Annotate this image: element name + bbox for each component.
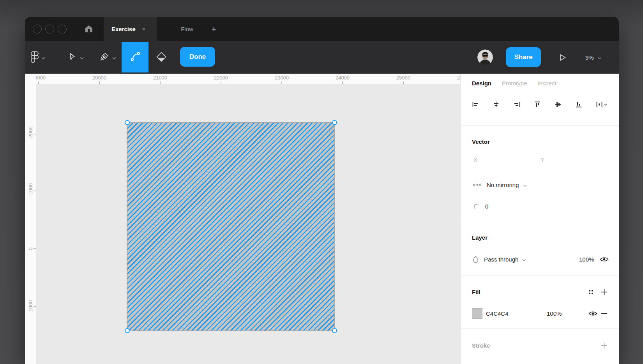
align-top-icon[interactable] bbox=[534, 101, 541, 108]
tab-flow-label: Flow bbox=[181, 26, 193, 32]
align-right-icon[interactable] bbox=[513, 101, 520, 108]
remove-fill-icon[interactable] bbox=[600, 309, 608, 318]
layer-opacity-value[interactable]: 100% bbox=[579, 256, 594, 263]
avatar[interactable] bbox=[477, 49, 493, 65]
toolbar: Done Share 9% bbox=[25, 41, 619, 74]
properties-panel: Design Prototype Inspect bbox=[460, 74, 619, 364]
layer-section-header: Layer bbox=[472, 233, 608, 242]
xy-row: X Y bbox=[472, 154, 608, 164]
titlebar: Exercise × Flow + bbox=[25, 17, 619, 41]
blend-mode-icon bbox=[472, 255, 479, 263]
chevron-down-icon bbox=[523, 182, 527, 188]
ruler-label: 22000 bbox=[214, 75, 228, 81]
zoom-menu[interactable]: 9% bbox=[585, 41, 602, 74]
ruler-label: 26000 bbox=[457, 75, 460, 81]
y-field[interactable]: Y bbox=[541, 156, 544, 163]
chevron-down-icon[interactable] bbox=[80, 54, 84, 61]
selection-handle-bottom-right[interactable] bbox=[332, 328, 337, 333]
selection-handle-bottom-left[interactable] bbox=[125, 328, 130, 333]
canvas[interactable]: 19000 20000 21000 22000 23000 24000 2500… bbox=[25, 74, 460, 364]
eye-icon[interactable] bbox=[588, 311, 597, 316]
blend-mode-value[interactable]: Pass through bbox=[484, 256, 518, 263]
align-vertical-center-icon[interactable] bbox=[555, 101, 562, 108]
stroke-section-header: Stroke bbox=[472, 341, 608, 350]
paint-bucket-tool-button[interactable] bbox=[155, 41, 168, 74]
add-fill-icon[interactable] bbox=[600, 288, 608, 296]
traffic-light-minimize-button[interactable] bbox=[45, 25, 54, 34]
tab-prototype[interactable]: Prototype bbox=[502, 80, 527, 87]
horizontal-ruler: 19000 20000 21000 22000 23000 24000 2500… bbox=[25, 74, 460, 84]
main-menu-button[interactable] bbox=[31, 41, 45, 74]
ruler-label: 21000 bbox=[153, 75, 167, 81]
ruler-label: 20000 bbox=[92, 75, 106, 81]
ruler-label: 1000 bbox=[28, 302, 34, 312]
mirroring-value: No mirroring bbox=[487, 182, 519, 188]
mirroring-icon bbox=[472, 182, 482, 187]
tab-exercise-label: Exercise bbox=[111, 26, 136, 32]
fill-row: C4C4C4 100% bbox=[472, 308, 608, 319]
x-field[interactable]: X bbox=[473, 156, 477, 163]
fill-hex-value[interactable]: C4C4C4 bbox=[486, 310, 509, 317]
selection-handle-top-right[interactable] bbox=[332, 120, 337, 125]
chevron-down-icon bbox=[597, 54, 602, 61]
vector-section-header: Vector bbox=[472, 137, 608, 146]
corner-radius-icon bbox=[473, 203, 480, 210]
present-button[interactable] bbox=[558, 41, 567, 74]
ruler-label: 24000 bbox=[336, 75, 350, 81]
ruler-label: 25000 bbox=[396, 75, 410, 81]
fill-color-swatch[interactable] bbox=[472, 308, 482, 319]
paint-bucket-diamond-icon bbox=[155, 51, 168, 65]
corner-radius-field[interactable]: 0 bbox=[472, 201, 608, 211]
eye-icon[interactable] bbox=[600, 256, 609, 262]
tab-design[interactable]: Design bbox=[472, 80, 491, 87]
tab-exercise[interactable]: Exercise × bbox=[104, 17, 157, 41]
alignment-toolbar bbox=[472, 99, 608, 110]
ruler-label: -1000 bbox=[28, 186, 34, 196]
pen-icon bbox=[99, 51, 110, 64]
done-button[interactable]: Done bbox=[180, 47, 215, 67]
tab-close-icon[interactable]: × bbox=[142, 26, 146, 32]
align-left-icon[interactable] bbox=[472, 101, 479, 108]
fill-opacity-value[interactable]: 100% bbox=[547, 310, 562, 317]
tab-inspect[interactable]: Inspect bbox=[537, 80, 556, 87]
zoom-level: 9% bbox=[585, 54, 594, 61]
tidy-up-icon[interactable] bbox=[596, 101, 608, 108]
blend-mode-row: Pass through 100% bbox=[472, 254, 608, 265]
chevron-down-icon bbox=[41, 54, 45, 61]
selected-vector-region[interactable] bbox=[127, 122, 335, 331]
ruler-corner bbox=[25, 74, 36, 84]
section-title: Layer bbox=[472, 234, 488, 241]
figma-window: Exercise × Flow + bbox=[25, 17, 619, 364]
panel-tabs: Design Prototype Inspect bbox=[472, 78, 608, 88]
chevron-down-icon[interactable] bbox=[522, 256, 526, 263]
corner-radius-value: 0 bbox=[485, 203, 488, 210]
traffic-light-zoom-button[interactable] bbox=[58, 25, 67, 34]
fill-section-header: Fill bbox=[472, 287, 608, 297]
move-tool-button[interactable] bbox=[67, 41, 84, 74]
bend-tool-button-active[interactable] bbox=[122, 42, 148, 72]
ruler-label: 0 bbox=[28, 244, 34, 254]
figma-logo-icon bbox=[31, 51, 39, 64]
styles-icon[interactable] bbox=[588, 289, 594, 295]
section-title: Stroke bbox=[472, 342, 490, 349]
cursor-icon bbox=[67, 52, 77, 64]
selection-handle-top-left[interactable] bbox=[125, 120, 130, 125]
home-icon[interactable] bbox=[84, 24, 94, 35]
mirroring-dropdown[interactable]: No mirroring bbox=[472, 180, 608, 190]
vertical-ruler: -2000 -1000 0 1000 bbox=[25, 84, 36, 364]
ruler-label: 23000 bbox=[275, 75, 289, 81]
section-title: Fill bbox=[472, 289, 480, 295]
bend-tool-icon bbox=[129, 51, 141, 64]
chevron-down-icon[interactable] bbox=[112, 54, 116, 61]
tab-flow[interactable]: Flow bbox=[166, 17, 208, 41]
add-stroke-icon[interactable] bbox=[600, 341, 608, 350]
ruler-label: -2000 bbox=[28, 129, 34, 140]
section-title: Vector bbox=[472, 138, 490, 145]
share-button[interactable]: Share bbox=[506, 47, 541, 67]
traffic-light-close-button[interactable] bbox=[33, 25, 42, 34]
new-tab-button[interactable]: + bbox=[205, 17, 223, 41]
pen-tool-button[interactable] bbox=[99, 41, 116, 74]
align-horizontal-center-icon[interactable] bbox=[493, 101, 500, 108]
align-bottom-icon[interactable] bbox=[575, 101, 582, 108]
